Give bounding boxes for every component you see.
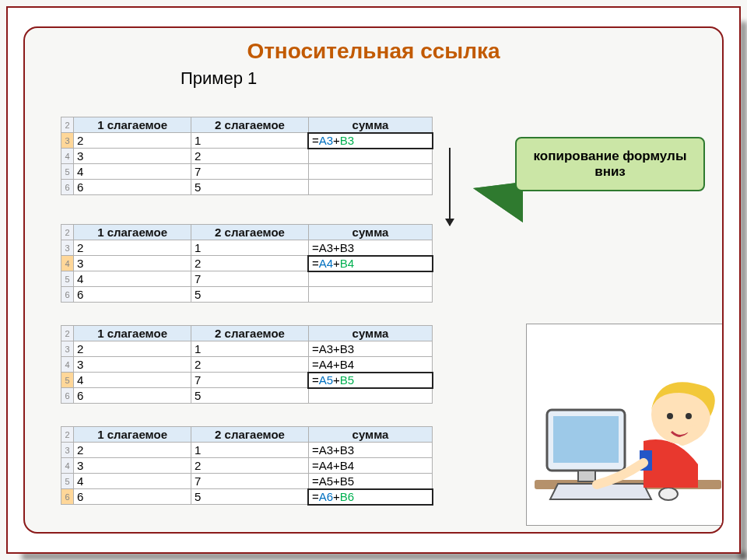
svg-point-7 bbox=[667, 413, 673, 419]
slide-subtitle: Пример 1 bbox=[181, 68, 722, 89]
cell: =A3+B3 bbox=[308, 341, 432, 357]
cell: 2 bbox=[74, 443, 191, 458]
cell: 7 bbox=[191, 474, 309, 489]
col-header-a: 1 слагаемое bbox=[74, 117, 191, 133]
slide-title: Относительная ссылка bbox=[25, 39, 722, 64]
down-arrow-icon bbox=[449, 148, 451, 226]
col-header-b: 2 слагаемое bbox=[191, 225, 309, 240]
cell: 4 bbox=[74, 164, 191, 180]
row-header: 6 bbox=[61, 180, 74, 195]
row-header: 5 bbox=[61, 373, 74, 388]
cell: =A3+B3 bbox=[308, 443, 432, 458]
slide-inner-frame: Относительная ссылка Пример 1 2 1 слагае… bbox=[23, 26, 724, 534]
row-header: 4 bbox=[61, 149, 74, 164]
col-header-c: сумма bbox=[308, 326, 432, 341]
row-header: 2 bbox=[61, 225, 74, 240]
cell: =A3+B3 bbox=[308, 240, 432, 256]
active-formula-cell: =A5+B5 bbox=[308, 373, 432, 388]
cell: 2 bbox=[191, 149, 309, 164]
svg-rect-3 bbox=[578, 471, 595, 481]
callout-text: копирование формулы вниз bbox=[523, 149, 697, 180]
col-header-c: сумма bbox=[308, 225, 432, 240]
cell: 3 bbox=[74, 149, 191, 164]
cell bbox=[308, 388, 432, 404]
cell: 2 bbox=[191, 357, 309, 373]
row-header: 3 bbox=[61, 341, 74, 357]
svg-point-4 bbox=[659, 488, 678, 500]
cell: =A4+B4 bbox=[308, 458, 432, 474]
cell: 6 bbox=[74, 287, 191, 303]
cell: 1 bbox=[191, 443, 309, 458]
slide-outer-frame: Относительная ссылка Пример 1 2 1 слагае… bbox=[6, 6, 741, 554]
spreadsheet-4: 2 1 слагаемое 2 слагаемое сумма 3 2 1 =A… bbox=[61, 426, 433, 505]
row-header: 4 bbox=[61, 458, 74, 474]
cell: 5 bbox=[191, 180, 309, 195]
callout-bubble: копирование формулы вниз bbox=[515, 137, 705, 191]
cell: 5 bbox=[191, 489, 309, 505]
spreadsheet-3: 2 1 слагаемое 2 слагаемое сумма 3 2 1 =A… bbox=[61, 325, 433, 404]
col-header-b: 2 слагаемое bbox=[191, 427, 309, 443]
cell bbox=[308, 180, 432, 195]
row-header: 6 bbox=[61, 489, 74, 505]
boy-with-computer-illustration bbox=[526, 324, 724, 526]
cell: 6 bbox=[74, 180, 191, 195]
cell: 3 bbox=[74, 458, 191, 474]
cell bbox=[308, 271, 432, 287]
row-header: 5 bbox=[61, 474, 74, 489]
row-header: 2 bbox=[61, 326, 74, 341]
row-header: 3 bbox=[61, 133, 74, 149]
cell: 6 bbox=[74, 489, 191, 505]
cell: 2 bbox=[74, 240, 191, 256]
row-header: 3 bbox=[61, 240, 74, 256]
cell: 3 bbox=[74, 357, 191, 373]
col-header-a: 1 слагаемое bbox=[74, 427, 191, 443]
cell: 4 bbox=[74, 373, 191, 388]
cell: 2 bbox=[191, 256, 309, 271]
col-header-b: 2 слагаемое bbox=[191, 117, 309, 133]
cell: 4 bbox=[74, 474, 191, 489]
cell: =A4+B4 bbox=[308, 357, 432, 373]
cell: 1 bbox=[191, 341, 309, 357]
cell: 1 bbox=[191, 240, 309, 256]
spreadsheet-1: 2 1 слагаемое 2 слагаемое сумма 3 2 1 =A… bbox=[61, 117, 433, 195]
cell bbox=[308, 149, 432, 164]
active-formula-cell: =A3+B3 bbox=[308, 133, 432, 149]
cell: 5 bbox=[191, 388, 309, 404]
active-formula-cell: =A4+B4 bbox=[308, 256, 432, 271]
cell: 2 bbox=[191, 458, 309, 474]
cell bbox=[308, 287, 432, 303]
col-header-b: 2 слагаемое bbox=[191, 326, 309, 341]
col-header-c: сумма bbox=[308, 427, 432, 443]
cell bbox=[308, 164, 432, 180]
row-header: 6 bbox=[61, 287, 74, 303]
cell: 2 bbox=[74, 341, 191, 357]
cell: 4 bbox=[74, 271, 191, 287]
row-header: 6 bbox=[61, 388, 74, 404]
svg-point-8 bbox=[686, 413, 692, 419]
row-header: 2 bbox=[61, 117, 74, 133]
cell: 5 bbox=[191, 287, 309, 303]
row-header: 5 bbox=[61, 164, 74, 180]
row-header: 4 bbox=[61, 357, 74, 373]
callout-tail bbox=[475, 184, 521, 219]
cell: 7 bbox=[191, 164, 309, 180]
svg-rect-2 bbox=[553, 416, 619, 463]
cell: 1 bbox=[191, 133, 309, 149]
col-header-a: 1 слагаемое bbox=[74, 225, 191, 240]
cell: 2 bbox=[74, 133, 191, 149]
row-header: 4 bbox=[61, 256, 74, 271]
spreadsheet-2: 2 1 слагаемое 2 слагаемое сумма 3 2 1 =A… bbox=[61, 224, 433, 303]
cell: =A5+B5 bbox=[308, 474, 432, 489]
col-header-a: 1 слагаемое bbox=[74, 326, 191, 341]
active-formula-cell: =A6+B6 bbox=[308, 489, 432, 505]
cell: 7 bbox=[191, 271, 309, 287]
col-header-c: сумма bbox=[308, 117, 432, 133]
row-header: 5 bbox=[61, 271, 74, 287]
cell: 6 bbox=[74, 388, 191, 404]
row-header: 3 bbox=[61, 443, 74, 458]
cell: 7 bbox=[191, 373, 309, 388]
cell: 3 bbox=[74, 256, 191, 271]
row-header: 2 bbox=[61, 427, 74, 443]
